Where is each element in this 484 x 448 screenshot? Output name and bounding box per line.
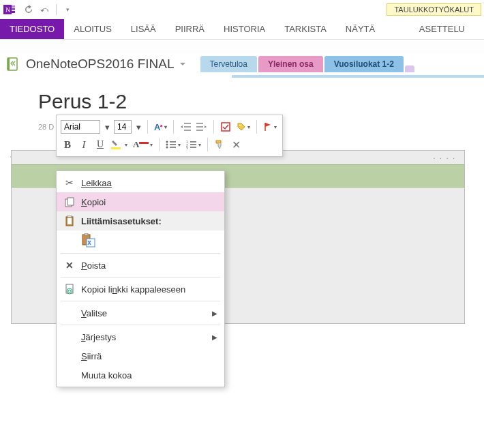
menu-order[interactable]: Järjestys ▶: [57, 327, 224, 346]
styles-icon[interactable]: Aᵃ▾: [153, 119, 168, 134]
svg-rect-4: [12, 11, 15, 13]
svg-rect-3: [12, 8, 15, 10]
tags-icon[interactable]: ▾: [235, 119, 252, 134]
menu-select-label: Valitse: [77, 308, 212, 318]
ribbon-tab-file[interactable]: TIEDOSTO: [0, 19, 64, 39]
format-painter-icon[interactable]: [213, 137, 226, 152]
section-tab-more[interactable]: [405, 65, 414, 72]
svg-point-26: [67, 288, 72, 294]
delete-icon[interactable]: ✕: [229, 137, 243, 152]
scissors-icon: ✂: [62, 177, 77, 188]
svg-rect-20: [67, 215, 72, 218]
menu-separator: [61, 253, 220, 254]
underline-button[interactable]: U: [93, 137, 107, 152]
submenu-arrow-icon: ▶: [212, 333, 217, 341]
svg-point-8: [239, 125, 241, 126]
delete-x-icon: ✕: [62, 260, 77, 271]
title-bar: N ▾ TAULUKKOTYÖKALUT: [0, 0, 484, 19]
menu-resize-label: Muuta kokoa: [77, 370, 217, 380]
onenote-app-icon: N: [3, 3, 16, 16]
mini-toolbar: ▾ ▾ Aᵃ▾ ▾ ▾ B I U ▾ A ▾: [56, 115, 283, 157]
qat-undo-icon[interactable]: [38, 3, 52, 16]
numbering-icon[interactable]: 123▾: [185, 137, 202, 152]
notebook-dropdown-icon[interactable]: [179, 60, 187, 68]
qat-customize-icon[interactable]: ▾: [61, 3, 74, 16]
outdent-icon[interactable]: [179, 119, 192, 134]
font-size-input[interactable]: [114, 120, 132, 134]
svg-text:3: 3: [186, 147, 188, 149]
svg-rect-10: [139, 142, 149, 144]
menu-resize[interactable]: Muuta kokoa: [57, 365, 224, 385]
ribbon-tab-history[interactable]: HISTORIA: [214, 19, 275, 39]
notebook-title[interactable]: OneNoteOPS2016 FINAL: [26, 57, 175, 72]
svg-rect-9: [111, 147, 121, 149]
menu-cut[interactable]: ✂ Leikkaa: [57, 173, 224, 192]
paste-option-keep-source[interactable]: [57, 230, 224, 251]
notebook-header-row: OneNoteOPS2016 FINAL Tervetuloa Yleinen …: [0, 53, 484, 75]
menu-copy-label: Kopioi: [77, 197, 217, 207]
font-name-dropdown-icon[interactable]: ▾: [103, 119, 111, 134]
notebook-icon[interactable]: [5, 57, 20, 72]
ribbon-tab-insert[interactable]: LISÄÄ: [121, 19, 166, 39]
menu-copy-link[interactable]: Kopioi linkki kappaleeseen: [57, 280, 224, 299]
ribbon-tab-review[interactable]: TARKISTA: [275, 19, 336, 39]
svg-point-13: [166, 147, 168, 149]
copy-icon: [62, 197, 77, 207]
menu-separator: [61, 277, 220, 278]
ribbon-tab-view[interactable]: NÄYTÄ: [336, 19, 384, 39]
section-tab-tervetuloa[interactable]: Tervetuloa: [200, 56, 257, 72]
font-color-icon[interactable]: A ▾: [132, 137, 154, 152]
font-name-input[interactable]: [61, 120, 100, 134]
svg-rect-2: [12, 5, 15, 8]
todo-tag-icon[interactable]: [219, 119, 232, 134]
menu-order-label: Järjestys: [77, 332, 212, 342]
indent-icon[interactable]: [195, 119, 209, 134]
section-tab-vuosiluokat[interactable]: Vuosiluokat 1-2: [324, 56, 404, 72]
menu-delete[interactable]: ✕ Poista: [57, 256, 224, 275]
section-tab-yleinen-osa[interactable]: Yleinen osa: [258, 56, 323, 72]
italic-button[interactable]: I: [77, 137, 91, 152]
ribbon-tab-layout[interactable]: ASETTELU: [400, 19, 484, 39]
svg-rect-21: [67, 218, 72, 224]
paste-keep-formatting-icon: [81, 233, 96, 248]
submenu-arrow-icon: ▶: [212, 310, 217, 317]
svg-point-11: [166, 141, 168, 143]
menu-paste-options-header: Liittämisasetukset:: [57, 211, 224, 230]
qat-back-icon[interactable]: [22, 3, 35, 16]
svg-rect-7: [222, 123, 230, 131]
svg-rect-24: [87, 239, 95, 247]
svg-rect-18: [67, 198, 74, 205]
ribbon-tab-draw[interactable]: PIIRRÄ: [166, 19, 214, 39]
section-tabs: Tervetuloa Yleinen osa Vuosiluokat 1-2: [200, 56, 416, 72]
menu-paste-options-label: Liittämisasetukset:: [77, 216, 217, 226]
link-page-icon: [62, 284, 77, 295]
menu-move[interactable]: Siirrä: [57, 346, 224, 365]
ribbon-tab-home[interactable]: ALOITUS: [64, 19, 121, 39]
menu-delete-label: Poista: [77, 260, 217, 271]
menu-separator: [61, 301, 220, 301]
svg-rect-6: [7, 58, 10, 70]
menu-cut-label: Leikkaa: [81, 178, 112, 188]
bold-button[interactable]: B: [61, 137, 74, 152]
qat-separator: [56, 4, 57, 15]
bullets-icon[interactable]: ▾: [164, 137, 182, 152]
menu-separator: [61, 325, 220, 325]
highlight-icon[interactable]: ▾: [110, 137, 129, 152]
flag-icon[interactable]: ▾: [262, 119, 278, 134]
svg-rect-23: [85, 233, 88, 235]
menu-select[interactable]: Valitse ▶: [57, 303, 224, 323]
context-menu: ✂ Leikkaa Kopioi Liittämisasetukset: ✕ P…: [56, 170, 225, 387]
page-title[interactable]: Perus 1-2: [38, 90, 468, 113]
container-drag-dots-icon[interactable]: . . . .: [434, 153, 456, 160]
ribbon-body: [0, 40, 484, 53]
svg-text:N: N: [5, 6, 10, 14]
menu-move-label: Siirrä: [77, 351, 217, 361]
svg-point-12: [166, 144, 168, 146]
ribbon-tabs: TIEDOSTO ALOITUS LISÄÄ PIIRRÄ HISTORIA T…: [0, 19, 484, 40]
menu-copy-link-label: Kopioi linkki kappaleeseen: [77, 284, 217, 295]
font-size-dropdown-icon[interactable]: ▾: [134, 119, 142, 134]
clipboard-icon: [62, 215, 77, 226]
contextual-tab-label: TAULUKKOTYÖKALUT: [387, 3, 481, 16]
menu-copy[interactable]: Kopioi: [57, 192, 224, 211]
